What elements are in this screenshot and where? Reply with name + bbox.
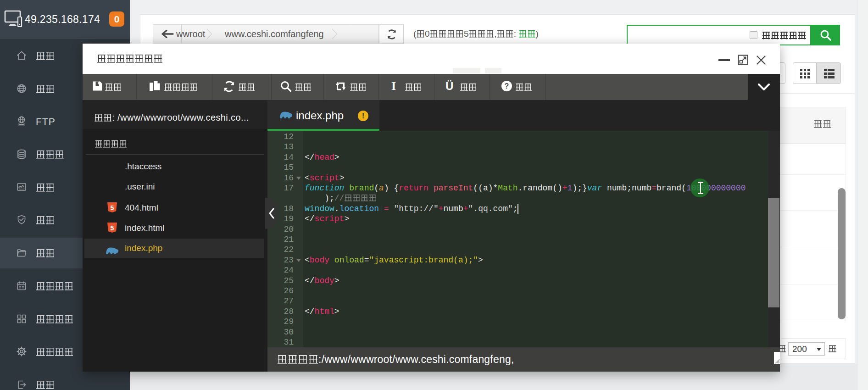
svg-text:5: 5 [111,204,114,212]
svg-text:5: 5 [111,224,114,232]
